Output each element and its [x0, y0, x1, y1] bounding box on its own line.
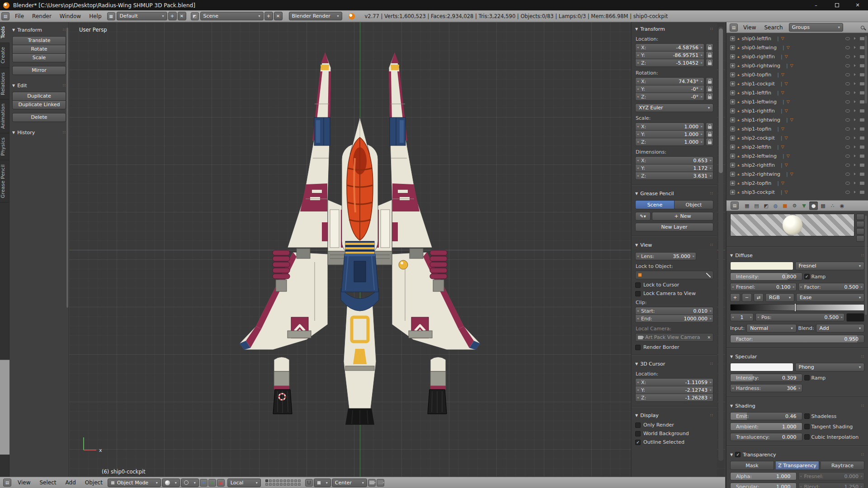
- specular-hardness-field[interactable]: ◂Hardness:306▸: [730, 384, 802, 392]
- diffuse-intensity-slider[interactable]: Intensity:0.800: [730, 272, 802, 281]
- emit-slider[interactable]: Emit:0.46: [730, 412, 802, 420]
- outliner-item[interactable]: +▴ship1-leftfin|▽: [726, 88, 868, 97]
- outline-selected-checkbox[interactable]: [635, 440, 641, 445]
- outliner-display-mode-select[interactable]: Groups ▾: [789, 23, 843, 32]
- ramp-add-stop-button[interactable]: +: [730, 293, 740, 302]
- object-tab-icon[interactable]: ■: [781, 202, 789, 210]
- expand-icon[interactable]: +: [730, 190, 735, 195]
- outliner-item[interactable]: +▴ship2-topfin|▽: [726, 178, 868, 188]
- outliner-item[interactable]: +▴ship2-rightwing|▽: [726, 169, 868, 178]
- scale-button[interactable]: Scale: [12, 53, 66, 62]
- visibility-icon[interactable]: [845, 109, 850, 113]
- outliner-item[interactable]: +▴ship2-leftfin|▽: [726, 142, 868, 151]
- visibility-icon[interactable]: [845, 191, 850, 194]
- tab-grease-pencil[interactable]: Grease Pencil: [0, 160, 9, 202]
- snap-magnet-button[interactable]: [305, 479, 313, 487]
- ship-3d-model[interactable]: [229, 50, 491, 425]
- expand-icon[interactable]: +: [730, 72, 735, 77]
- dimension-z-field[interactable]: ◂Z:3.631▸: [635, 172, 713, 180]
- preview-cube-button[interactable]: [856, 228, 864, 235]
- data-tab-icon[interactable]: ▼: [800, 202, 808, 210]
- minimize-button[interactable]: –: [806, 0, 826, 10]
- layer-dot[interactable]: [283, 479, 286, 482]
- outliner-search-button[interactable]: [861, 26, 866, 29]
- specular-color-swatch[interactable]: [730, 363, 793, 371]
- layer-dot[interactable]: [265, 479, 268, 482]
- expand-icon[interactable]: +: [730, 117, 735, 122]
- ramp-delete-stop-button[interactable]: −: [742, 293, 752, 302]
- selectability-icon[interactable]: [854, 46, 856, 49]
- rotation-y-field[interactable]: ◂Y:-0°▸: [635, 85, 704, 93]
- clip-start-field[interactable]: ◂Start:0.010▸: [635, 307, 713, 315]
- transparency-enable-checkbox[interactable]: [735, 452, 741, 457]
- layer-dot[interactable]: [265, 483, 268, 486]
- outliner-item[interactable]: +▴ship3-cockpit|▽: [726, 188, 868, 197]
- panel-header-view[interactable]: ▼ View ∷: [635, 241, 713, 249]
- panel-grip-icon[interactable]: ∷: [861, 452, 864, 457]
- transform-orientation-select[interactable]: Local ▾: [227, 479, 261, 487]
- panel-header-diffuse[interactable]: ▼ Diffuse ∷: [730, 251, 864, 259]
- transparency-raytrace-tab[interactable]: Raytrace: [821, 461, 864, 470]
- particles-tab-icon[interactable]: ∴: [828, 202, 837, 210]
- outliner-item[interactable]: +▴ship2-leftwing|▽: [726, 151, 868, 160]
- layer-dot[interactable]: [269, 479, 272, 482]
- selectability-icon[interactable]: [854, 173, 856, 175]
- lock-icon[interactable]: [706, 130, 713, 138]
- outliner-item[interactable]: +▴ship1-rightfin|▽: [726, 106, 868, 115]
- viewport-menu-view[interactable]: View: [14, 479, 34, 486]
- diffuse-factor-field[interactable]: ◂Factor:0.500▸: [798, 283, 865, 291]
- properties-scrollbar[interactable]: [865, 216, 867, 315]
- transparency-ztransparency-tab[interactable]: Z Transparency: [776, 461, 819, 470]
- rotation-mode-select[interactable]: XYZ Euler ▾: [635, 103, 713, 112]
- panel-header-history[interactable]: ▼ History ∷: [12, 128, 66, 136]
- translate-button[interactable]: Translate: [12, 36, 66, 45]
- lock-camera-checkbox[interactable]: [635, 291, 641, 296]
- transparency-mask-tab[interactable]: Mask: [730, 461, 774, 470]
- layer-dot[interactable]: [283, 483, 286, 486]
- preview-sphere-button[interactable]: [856, 221, 864, 227]
- panel-header-shading[interactable]: ▼ Shading ∷: [730, 402, 864, 410]
- material-tab-icon[interactable]: ●: [809, 202, 818, 210]
- outliner-item[interactable]: +▴ship2-cockpit|▽: [726, 133, 868, 142]
- outliner-item[interactable]: +▴ship1-topfin|▽: [726, 124, 868, 133]
- renderability-icon[interactable]: [860, 191, 864, 194]
- layer-dot[interactable]: [298, 483, 301, 486]
- visibility-icon[interactable]: [845, 145, 850, 149]
- outliner-menu-view[interactable]: View: [739, 24, 760, 31]
- location-z-field[interactable]: ◂Z:-5.10452▸: [635, 59, 704, 67]
- ramp-blend-select[interactable]: Add▾: [816, 324, 864, 333]
- visibility-icon[interactable]: [845, 136, 850, 140]
- renderability-icon[interactable]: [860, 173, 864, 176]
- ramp-stop-pos-field[interactable]: ◂Pos:0.500▸: [755, 313, 844, 321]
- menu-file[interactable]: File: [11, 13, 28, 19]
- cursor-x-field[interactable]: ◂X:-1.11059▸: [635, 378, 713, 386]
- renderability-icon[interactable]: [860, 100, 864, 103]
- ship-cockpit-canopy[interactable]: [347, 137, 373, 240]
- renderability-icon[interactable]: [860, 145, 864, 149]
- selectability-icon[interactable]: [854, 109, 856, 112]
- ramp-color-mode-select[interactable]: RGB▾: [765, 293, 794, 302]
- panel-grip-icon[interactable]: ∷: [63, 83, 66, 88]
- location-x-field[interactable]: ◂X:-4.58756▸: [635, 43, 704, 52]
- visibility-icon[interactable]: [845, 155, 850, 158]
- gp-scene-tab[interactable]: Scene: [635, 200, 675, 209]
- expand-icon[interactable]: +: [730, 36, 735, 41]
- add-scene-button[interactable]: +: [264, 12, 273, 20]
- layer-dot[interactable]: [276, 483, 279, 486]
- world-tab-icon[interactable]: ◍: [771, 202, 780, 210]
- delete-button[interactable]: Delete: [12, 113, 66, 122]
- selectability-icon[interactable]: [854, 64, 856, 67]
- snap-element-select[interactable]: ▾: [314, 479, 331, 487]
- duplicate-linked-button[interactable]: Duplicate Linked: [12, 100, 66, 109]
- tangent-shading-checkbox[interactable]: [804, 424, 810, 429]
- renderability-icon[interactable]: [860, 55, 864, 58]
- texture-tab-icon[interactable]: ▩: [819, 202, 827, 210]
- layer-dot[interactable]: [291, 483, 293, 486]
- transparency-specular-slider[interactable]: Specular:1.000: [730, 483, 797, 488]
- layer-dot[interactable]: [298, 479, 301, 482]
- ramp-flip-button[interactable]: ⇄: [754, 293, 764, 302]
- lock-icon[interactable]: [706, 138, 713, 146]
- translate-manipulator-icon[interactable]: ＋: [200, 479, 208, 487]
- renderability-icon[interactable]: [860, 155, 864, 158]
- expand-icon[interactable]: +: [730, 145, 735, 150]
